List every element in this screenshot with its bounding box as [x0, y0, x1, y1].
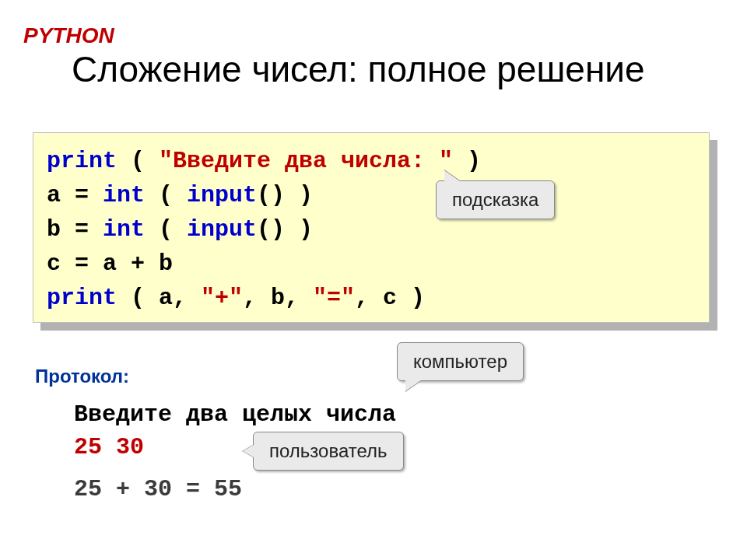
- code-token: =: [61, 182, 103, 208]
- callout-user-label: пользователь: [269, 440, 388, 461]
- protocol-line-output: 25 + 30 = 55: [74, 476, 242, 502]
- code-token: c = a + b: [47, 250, 173, 277]
- code-token: print: [47, 148, 117, 174]
- callout-tail-icon: [243, 445, 254, 457]
- slide-title: Сложение чисел: полное решение: [72, 48, 645, 90]
- code-token: , b,: [243, 285, 313, 311]
- code-listing: print ( "Введите два числа: " ) a = int …: [47, 144, 481, 315]
- code-token: input: [187, 182, 257, 208]
- code-token: , c ): [355, 285, 425, 311]
- code-token: int: [103, 216, 145, 243]
- code-token: "=": [313, 285, 355, 311]
- code-token: b: [47, 216, 61, 243]
- callout-computer-label: компьютер: [413, 351, 507, 372]
- code-token: "Введите два числа: ": [159, 148, 453, 174]
- language-label: PYTHON: [23, 23, 114, 48]
- code-token: print: [47, 285, 117, 311]
- callout-hint-label: подсказка: [452, 189, 538, 210]
- code-token: () ): [257, 216, 313, 243]
- code-token: input: [187, 216, 257, 243]
- callout-computer: компьютер: [397, 342, 524, 381]
- protocol-line-userinput: 25 30: [74, 434, 144, 460]
- callout-tail-icon: [444, 170, 460, 181]
- callout-hint: подсказка: [436, 180, 555, 219]
- code-token: (: [145, 216, 187, 243]
- code-token: (: [117, 148, 159, 174]
- callout-tail-icon: [405, 380, 421, 391]
- code-token: () ): [257, 182, 313, 208]
- code-token: =: [61, 216, 103, 243]
- code-token: a: [47, 182, 61, 208]
- code-token: (: [145, 182, 187, 208]
- protocol-line-prompt: Введите два целых числа: [74, 401, 396, 428]
- callout-user: пользователь: [253, 432, 404, 471]
- code-token: "+": [201, 285, 243, 311]
- code-token: int: [103, 182, 145, 208]
- protocol-label: Протокол:: [35, 366, 129, 387]
- code-token: ( a,: [117, 285, 201, 311]
